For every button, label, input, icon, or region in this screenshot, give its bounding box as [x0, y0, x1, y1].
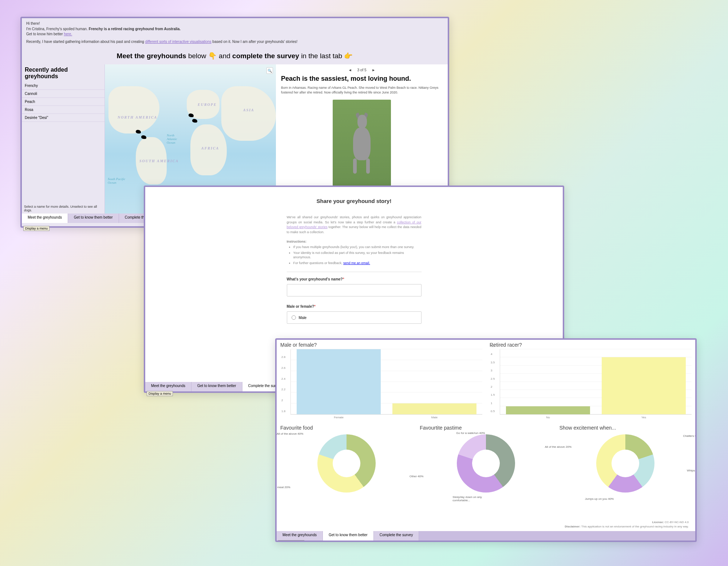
tabs-bar: Meet the greyhounds Get to know them bet… — [277, 531, 695, 541]
question-gender: Male or female?* — [287, 304, 422, 308]
pager-prev-icon[interactable]: ◄ — [346, 68, 354, 72]
greyhound-list: Frenchy Cannoli Peach Rosa Desirée "Desi… — [22, 82, 104, 203]
tab-know[interactable]: Get to know them better — [191, 382, 242, 391]
hero-heading: Meet the greyhounds below 👇 and complete… — [22, 47, 448, 64]
sidebar-hint: Select a name for more details. Unselect… — [22, 203, 104, 214]
radio-icon — [292, 315, 296, 320]
question-name: What's your greyhound's name?* — [287, 277, 422, 281]
menu-tooltip: Display a menu — [147, 391, 173, 396]
tab-meet[interactable]: Meet the greyhounds — [277, 531, 323, 541]
point-right-icon: 👉 — [344, 52, 353, 60]
name-input[interactable] — [287, 284, 422, 296]
tab-know[interactable]: Get to know them better — [68, 214, 119, 223]
survey-title: Share your greyhound story! — [287, 198, 422, 204]
map-marker-icon[interactable] — [136, 130, 141, 133]
menu-tooltip: Display a menu — [23, 226, 50, 231]
tab-survey[interactable]: Complete the survey — [374, 531, 419, 541]
here-link[interactable]: here. — [64, 32, 72, 36]
map-marker-icon[interactable] — [192, 119, 197, 123]
pager-text: 3 of 5 — [355, 68, 368, 72]
instructions-heading: Instructions: — [287, 240, 422, 243]
menu-tooltip: Display a menu — [278, 540, 304, 542]
instructions-list: If you have multiple greyhounds (lucky y… — [287, 245, 422, 265]
pager-next-icon[interactable]: ► — [369, 68, 377, 72]
visualisations-link[interactable]: different sorts of interactive visualisa… — [145, 40, 211, 44]
list-item[interactable]: Cannoli — [22, 90, 104, 98]
map-search-icon[interactable]: 🔍 — [266, 67, 273, 74]
chart-pastime: Favourtite pastime Go for a walk/run 40%… — [420, 425, 552, 516]
sidebar-title: Recently added greyhounds — [22, 64, 104, 82]
pager: ◄ 3 of 5 ► — [281, 68, 443, 72]
intro-text: Hi there! I'm Cristina, Frenchy's spoile… — [22, 18, 448, 47]
tab-meet[interactable]: Meet the greyhounds — [22, 214, 68, 223]
sidebar: Recently added greyhounds Frenchy Cannol… — [22, 64, 105, 214]
map-marker-icon[interactable] — [189, 113, 194, 117]
tab-meet[interactable]: Meet the greyhounds — [145, 382, 191, 391]
chart-retired: Retired racer? 0.511.522.533.544.5NoYes — [490, 342, 692, 422]
list-item[interactable]: Desirée "Desi" — [22, 114, 104, 122]
greyhound-photo — [333, 100, 391, 194]
chart-gender: Male or female? 1.822.22.42.62.83FemaleM… — [280, 342, 482, 422]
point-down-icon: 👇 — [208, 52, 217, 60]
charts-window: Male or female? 1.822.22.42.62.83FemaleM… — [275, 338, 697, 542]
chart-food: Favourite food All of the above 40%Other… — [280, 425, 412, 516]
survey-intro: We've all shared our greyhounds' stories… — [287, 215, 422, 235]
detail-description: Born in Arkansas. Racing name of Arkans … — [281, 85, 443, 95]
email-link[interactable]: send me an email. — [343, 261, 370, 265]
tab-know[interactable]: Get to know them better — [323, 531, 374, 541]
footer-notes: License: CC-BY-NC-ND 4.0 Disclaimer: Thi… — [280, 519, 692, 530]
list-item[interactable]: Rosa — [22, 106, 104, 114]
list-item[interactable]: Frenchy — [22, 82, 104, 90]
list-item[interactable]: Peach — [22, 98, 104, 106]
chart-excitement: Show excitement when... All of the above… — [559, 425, 692, 516]
detail-title: Peach is the sassiest, most loving hound… — [281, 75, 443, 83]
map-marker-icon[interactable] — [141, 135, 146, 139]
radio-male[interactable]: Male — [287, 311, 422, 324]
